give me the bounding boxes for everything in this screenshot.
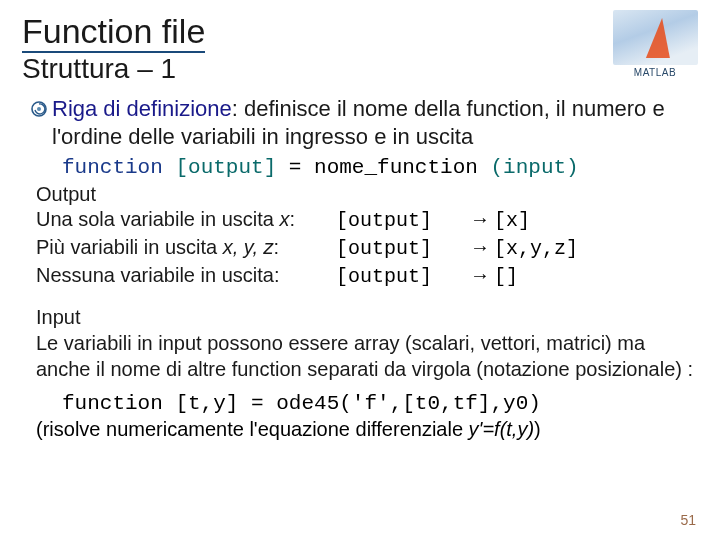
out-row-src: [output] bbox=[336, 263, 466, 290]
matlab-logo: MATLAB bbox=[600, 4, 710, 84]
arrow-icon: → bbox=[466, 206, 494, 233]
output-heading: Output bbox=[22, 183, 698, 206]
input-section: Input Le variabili in input possono esse… bbox=[22, 304, 698, 382]
arrow-icon: → bbox=[466, 234, 494, 261]
syntax-input: (input) bbox=[491, 156, 579, 179]
footnote-a: (risolve numericamente l'equazione diffe… bbox=[36, 418, 469, 440]
footnote: (risolve numericamente l'equazione diffe… bbox=[22, 417, 698, 442]
syntax-line: function [output] = nome_function (input… bbox=[22, 156, 698, 179]
matlab-logo-text: MATLAB bbox=[634, 67, 676, 78]
syntax-output: [output] bbox=[175, 156, 276, 179]
out-row-dst: [x] bbox=[494, 207, 698, 234]
syntax-keyword: function bbox=[62, 156, 175, 179]
out-row-dst: [x,y,z] bbox=[494, 235, 698, 262]
out-row-src: [output] bbox=[336, 207, 466, 234]
output-table: Una sola variabile in uscita x: [output]… bbox=[22, 206, 698, 290]
footnote-equation: y'=f(t,y) bbox=[469, 418, 535, 440]
svg-point-1 bbox=[37, 107, 41, 111]
out-row-label: Più variabili in uscita x, y, z: bbox=[36, 234, 336, 261]
slide-number: 51 bbox=[680, 512, 696, 528]
syntax-eq: = nome_function bbox=[276, 156, 490, 179]
out-row-src: [output] bbox=[336, 235, 466, 262]
page-title: Function file bbox=[22, 12, 205, 53]
riga-label: Riga di definizione bbox=[52, 96, 232, 121]
bullet-text: Riga di definizione: definisce il nome d… bbox=[52, 95, 698, 150]
matlab-logo-graphic bbox=[613, 10, 698, 65]
input-body: Le variabili in input possono essere arr… bbox=[36, 330, 698, 382]
spiral-bullet-icon bbox=[30, 100, 48, 118]
page-subtitle: Struttura – 1 bbox=[22, 53, 698, 85]
definition-bullet: Riga di definizione: definisce il nome d… bbox=[22, 95, 698, 150]
out-row-label: Nessuna variabile in uscita: bbox=[36, 262, 336, 289]
footnote-c: ) bbox=[534, 418, 541, 440]
out-row-dst: [] bbox=[494, 263, 698, 290]
example-line: function [t,y] = ode45('f',[t0,tf],y0) bbox=[22, 392, 698, 415]
arrow-icon: → bbox=[466, 262, 494, 289]
out-row-label: Una sola variabile in uscita x: bbox=[36, 206, 336, 233]
input-heading: Input bbox=[36, 304, 698, 330]
